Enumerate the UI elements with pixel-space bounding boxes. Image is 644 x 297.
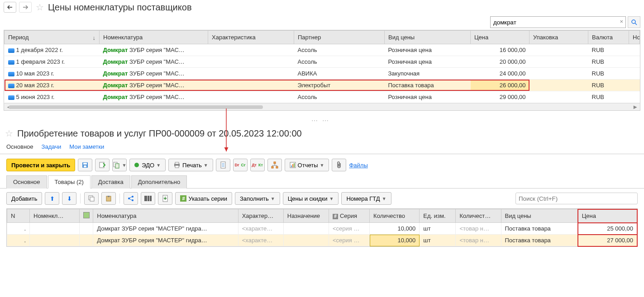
move-down-button[interactable]: ⬇ <box>62 192 76 205</box>
barcode-icon <box>144 195 152 202</box>
search-clear-icon[interactable]: × <box>620 18 623 25</box>
svg-rect-13 <box>276 166 278 168</box>
svg-rect-17 <box>294 163 295 167</box>
chevron-down-icon: ▼ <box>320 163 324 168</box>
table-row[interactable]: .Домкрат ЗУБР серия "МАСТЕР" гидра…<хара… <box>7 223 637 235</box>
doc-action-1-button[interactable] <box>216 159 230 171</box>
col-char2[interactable]: Характер… <box>238 209 283 223</box>
goods-header-row: N Номенкл… Номенклатура Характер… Назнач… <box>7 209 637 223</box>
svg-rect-11 <box>274 162 276 164</box>
table-row[interactable]: 1 декабря 2022 г.Домкрат ЗУБР серия "МАС… <box>5 44 640 56</box>
col-sq[interactable] <box>80 209 93 223</box>
col-unit[interactable]: Ед. изм. <box>420 209 456 223</box>
horizontal-scrollbar[interactable]: ◄ ► <box>4 103 640 110</box>
prices-discounts-button[interactable]: Цены и скидки ▼ <box>283 192 339 205</box>
post-and-close-button[interactable]: Провести и закрыть <box>6 159 75 171</box>
table-row[interactable]: 20 мая 2023 г.Домкрат ЗУБР серия "МАС…Эл… <box>5 80 640 91</box>
hash-icon: # <box>180 195 186 202</box>
scroll-right-icon[interactable]: ► <box>632 104 638 110</box>
col-nomen-full[interactable]: Номенклатура <box>93 209 238 223</box>
reports-button[interactable]: Отчеты ▼ <box>285 159 329 171</box>
sub-tab-goods[interactable]: Товары (2) <box>48 175 91 189</box>
col-nom2[interactable]: Ном <box>629 31 640 44</box>
hash-icon: # <box>333 214 338 219</box>
doc-nav-tasks[interactable]: Задачи <box>42 143 62 151</box>
svg-rect-2 <box>83 163 87 165</box>
sub-tab-extra[interactable]: Дополнительно <box>131 175 187 189</box>
attach-button[interactable] <box>332 159 346 171</box>
svg-rect-21 <box>108 196 110 197</box>
record-icon <box>8 95 14 100</box>
nav-back-button[interactable] <box>4 2 16 13</box>
add-row-button[interactable]: Добавить <box>6 192 42 205</box>
table-row[interactable]: .Домкрат ЗУБР серия "МАСТЕР" гидра…<хара… <box>7 235 637 246</box>
based-on-button[interactable]: ▼ <box>112 159 127 171</box>
search-button[interactable] <box>628 16 640 28</box>
move-up-button[interactable]: ⬆ <box>45 192 59 205</box>
col-char[interactable]: Характеристика <box>208 31 294 44</box>
dtkt-button[interactable]: ДтКт <box>250 159 265 171</box>
print-button[interactable]: Печать ▼ <box>168 159 213 171</box>
chevron-down-icon: ▼ <box>329 196 334 201</box>
files-link[interactable]: Файлы <box>349 162 367 169</box>
col-qty2[interactable]: Количест… <box>456 209 501 223</box>
splitter-handle[interactable]: ⋯⋯ <box>0 115 644 126</box>
col-price2[interactable]: Цена <box>578 209 637 223</box>
record-icon <box>8 48 14 53</box>
table-row[interactable]: 10 мая 2023 г.Домкрат ЗУБР серия "МАС…АВ… <box>5 68 640 80</box>
printer-icon <box>173 162 181 168</box>
svg-rect-15 <box>291 165 292 167</box>
svg-rect-19 <box>90 197 94 201</box>
svg-point-0 <box>632 20 635 24</box>
col-n[interactable]: N <box>7 209 30 223</box>
doc-title: Приобретение товаров и услуг ПР00-000009… <box>17 128 302 139</box>
chevron-down-icon: ▼ <box>382 196 386 201</box>
rows-search-input[interactable] <box>515 193 638 204</box>
report-icon <box>290 162 296 168</box>
col-pricetype2[interactable]: Вид цены <box>501 209 578 223</box>
save-button[interactable] <box>78 159 92 171</box>
record-icon <box>8 72 14 76</box>
col-series[interactable]: #Серия <box>329 209 369 223</box>
col-assign[interactable]: Назначение <box>283 209 329 223</box>
edo-button[interactable]: ЭДО ▼ <box>129 159 166 171</box>
record-icon <box>8 60 14 65</box>
col-pricetype[interactable]: Вид цены <box>385 31 471 44</box>
col-qty[interactable]: Количество <box>370 209 420 223</box>
col-price[interactable]: Цена <box>471 31 530 44</box>
goods-grid[interactable]: N Номенкл… Номенклатура Характер… Назнач… <box>6 208 638 247</box>
col-period[interactable]: Период↓ <box>5 31 100 44</box>
col-pack[interactable]: Упаковка <box>530 31 588 44</box>
copy-row-button[interactable] <box>84 192 99 205</box>
chevron-down-icon: ▼ <box>271 196 275 201</box>
search-input[interactable] <box>490 16 626 28</box>
post-button[interactable] <box>95 159 110 171</box>
prices-grid[interactable]: Период↓ Номенклатура Характеристика Парт… <box>4 30 640 111</box>
share-button[interactable] <box>124 192 138 205</box>
import-button[interactable] <box>158 192 172 205</box>
doc-nav-main[interactable]: Основное <box>6 143 33 151</box>
fill-button[interactable]: Заполнить ▼ <box>235 192 280 205</box>
nav-forward-button[interactable] <box>19 2 32 13</box>
paste-row-button[interactable] <box>101 192 116 205</box>
edo-status-icon <box>134 163 139 167</box>
table-row[interactable]: 1 февраля 2023 г.Домкрат ЗУБР серия "МАС… <box>5 56 640 68</box>
col-currency[interactable]: Валюта <box>588 31 629 44</box>
sub-tab-main[interactable]: Основное <box>6 175 47 189</box>
favorite-star-icon[interactable]: ☆ <box>34 2 45 13</box>
doc-nav-notes[interactable]: Мои заметки <box>69 143 104 151</box>
favorite-star-icon[interactable]: ☆ <box>4 128 14 139</box>
drcr-button[interactable]: DrCr <box>233 159 248 171</box>
col-nomen[interactable]: Номенклатура <box>100 31 208 44</box>
gtd-button[interactable]: Номера ГТД ▼ <box>341 192 391 205</box>
svg-rect-16 <box>292 164 293 167</box>
col-partner[interactable]: Партнер <box>294 31 385 44</box>
col-nomen-short[interactable]: Номенкл… <box>30 209 80 223</box>
page-title: Цены номенклатуры поставщиков <box>48 2 192 13</box>
table-row[interactable]: 5 июня 2023 г.Домкрат ЗУБР серия "МАС…Ас… <box>5 91 640 103</box>
grid-header-row: Период↓ Номенклатура Характеристика Парт… <box>5 31 640 44</box>
barcode-button[interactable] <box>141 192 155 205</box>
series-button[interactable]: # Указать серии <box>175 192 232 205</box>
structure-button[interactable] <box>267 159 282 171</box>
sub-tab-delivery[interactable]: Доставка <box>91 175 130 189</box>
